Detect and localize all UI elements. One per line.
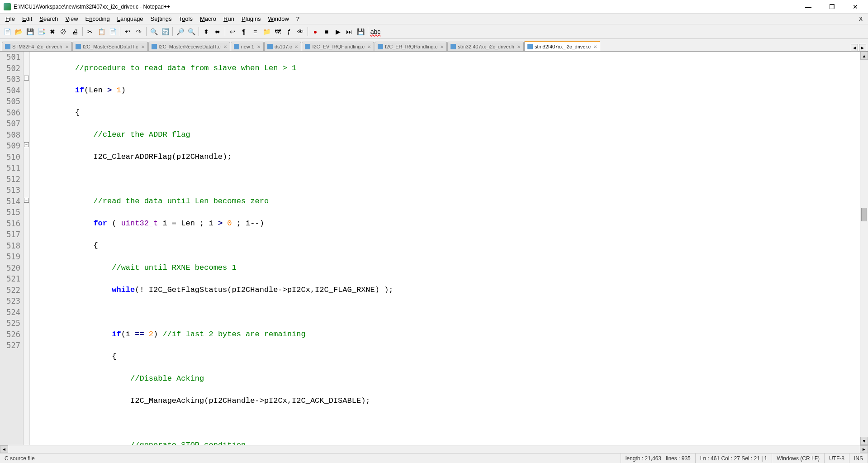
status-eol: Windows (CR LF) — [772, 453, 825, 463]
fold-toggle[interactable]: − — [24, 198, 29, 203]
stop-record-button[interactable]: ■ — [321, 26, 332, 37]
app-icon — [4, 3, 11, 10]
horizontal-scrollbar[interactable]: ◄ ► — [0, 445, 868, 453]
minimize-button[interactable]: — — [799, 1, 817, 12]
file-icon — [378, 44, 383, 49]
copy-button[interactable]: 📋 — [96, 26, 107, 37]
tab-close-icon[interactable]: ✕ — [65, 44, 69, 49]
tab-5[interactable]: I2C_EV_IRQHandling.c✕ — [302, 42, 374, 51]
tab-close-icon[interactable]: ✕ — [141, 44, 145, 49]
menu-tools[interactable]: Tools — [175, 14, 196, 24]
cut-button[interactable]: ✂ — [85, 26, 95, 37]
zoom-out-button[interactable]: 🔍 — [186, 26, 197, 37]
hscroll-track[interactable] — [8, 445, 860, 453]
fold-toggle[interactable]: − — [24, 142, 29, 147]
scroll-right-button[interactable]: ► — [860, 445, 868, 453]
statusbar: C source file length : 21,463 lines : 93… — [0, 453, 868, 463]
show-all-button[interactable]: ¶ — [238, 26, 249, 37]
line-number-gutter: 5015025035045055065075085095105115125135… — [0, 52, 24, 445]
menu-search[interactable]: Search — [36, 14, 62, 24]
scroll-down-button[interactable]: ▼ — [860, 437, 868, 445]
scroll-left-button[interactable]: ◄ — [0, 445, 8, 453]
scroll-up-button[interactable]: ▲ — [860, 52, 868, 60]
open-file-button[interactable]: 📂 — [13, 26, 24, 37]
spell-check-button[interactable]: abc — [370, 26, 381, 37]
save-macro-button[interactable]: 💾 — [355, 26, 366, 37]
menu-language[interactable]: Language — [114, 14, 147, 24]
tab-close-icon[interactable]: ✕ — [440, 44, 444, 49]
tab-scroll-right[interactable]: ► — [859, 44, 866, 51]
menu-file[interactable]: File — [2, 14, 19, 24]
tab-close-icon[interactable]: ✕ — [294, 44, 298, 49]
tab-close-icon[interactable]: ✕ — [257, 44, 261, 49]
tab-scroll-left[interactable]: ◄ — [851, 44, 858, 51]
close-file-button[interactable]: ✖ — [47, 26, 58, 37]
menu-plugins[interactable]: Plugins — [238, 14, 265, 24]
status-filetype: C source file — [0, 453, 621, 463]
tab-close-icon[interactable]: ✕ — [223, 44, 227, 49]
menu-view[interactable]: View — [62, 14, 82, 24]
paste-button[interactable]: 📄 — [107, 26, 118, 37]
status-length: length : 21,463 lines : 935 — [621, 453, 696, 463]
menubar: File Edit Search View Encoding Language … — [0, 14, 868, 24]
tab-label: STM32F4_i2c_driver.h — [12, 44, 62, 49]
menu-settings[interactable]: Settings — [147, 14, 175, 24]
find-button[interactable]: 🔍 — [148, 26, 159, 37]
redo-button[interactable]: ↷ — [133, 26, 144, 37]
save-button[interactable]: 💾 — [24, 26, 35, 37]
menu-run[interactable]: Run — [220, 14, 238, 24]
window-title: E:\MCU1\Workspace\new\stm32f407xx_i2c_dr… — [14, 4, 799, 10]
func-list-button[interactable]: ƒ — [284, 26, 294, 37]
tab-close-icon[interactable]: ✕ — [517, 44, 521, 49]
zoom-in-button[interactable]: 🔎 — [175, 26, 185, 37]
tab-label: I2C_MasterSendDataIT.c — [83, 44, 138, 49]
folder-button[interactable]: 📁 — [261, 26, 272, 37]
menu-edit[interactable]: Edit — [19, 14, 36, 24]
editor[interactable]: 5015025035045055065075085095105115125135… — [0, 52, 868, 445]
status-encoding: UTF-8 — [825, 453, 849, 463]
close-button[interactable]: ✕ — [846, 1, 864, 12]
vertical-scrollbar[interactable]: ▲ ▼ — [860, 52, 868, 445]
undo-button[interactable]: ↶ — [122, 26, 133, 37]
tab-7[interactable]: stm32f407xx_i2c_driver.h✕ — [447, 42, 524, 51]
file-icon — [76, 44, 81, 49]
wordwrap-button[interactable]: ↩ — [227, 26, 238, 37]
maximize-button[interactable]: ❐ — [823, 1, 841, 12]
menu-macro[interactable]: Macro — [196, 14, 220, 24]
file-icon — [527, 44, 533, 49]
tab-3[interactable]: new 1✕ — [231, 42, 264, 51]
doc-map-button[interactable]: 🗺 — [272, 26, 283, 37]
tab-6[interactable]: I2C_ER_IRQHandling.c✕ — [375, 42, 447, 51]
tab-4[interactable]: ds107.c✕ — [264, 42, 302, 51]
indent-guide-button[interactable]: ≡ — [250, 26, 261, 37]
file-icon — [234, 44, 239, 49]
replace-button[interactable]: 🔄 — [160, 26, 171, 37]
play-button[interactable]: ▶ — [332, 26, 343, 37]
tab-1[interactable]: I2C_MasterSendDataIT.c✕ — [72, 42, 148, 51]
tab-label: I2C_ER_IRQHandling.c — [385, 44, 437, 49]
sync-h-button[interactable]: ⬌ — [212, 26, 223, 37]
menu-help[interactable]: ? — [293, 14, 303, 24]
scroll-thumb[interactable] — [861, 208, 867, 221]
new-file-button[interactable]: 📄 — [2, 26, 13, 37]
sync-v-button[interactable]: ⬍ — [201, 26, 212, 37]
tab-label: stm32f407xx_i2c_driver.h — [458, 44, 514, 49]
tab-8[interactable]: stm32f407xx_i2c_driver.c✕ — [524, 41, 600, 51]
monitor-button[interactable]: 👁 — [295, 26, 306, 37]
print-button[interactable]: 🖨 — [70, 26, 81, 37]
tab-close-icon[interactable]: ✕ — [367, 44, 371, 49]
menu-doc-close[interactable]: X — [855, 14, 866, 24]
menu-window[interactable]: Window — [265, 14, 293, 24]
fold-column: − − − — [24, 52, 30, 445]
fold-toggle[interactable]: − — [24, 76, 29, 81]
tab-0[interactable]: STM32F4_i2c_driver.h✕ — [2, 42, 72, 51]
save-all-button[interactable]: 📑 — [36, 26, 47, 37]
menu-encoding[interactable]: Encoding — [82, 14, 114, 24]
close-all-button[interactable]: ⛒ — [58, 26, 69, 37]
code-area[interactable]: //procedure to read data from slave when… — [37, 52, 860, 445]
record-button[interactable]: ● — [310, 26, 321, 37]
file-icon — [5, 44, 10, 49]
tab-close-icon[interactable]: ✕ — [593, 44, 597, 49]
play-multi-button[interactable]: ⏭ — [344, 26, 355, 37]
tab-2[interactable]: I2C_MasterReceiveDataIT.c✕ — [148, 42, 230, 51]
